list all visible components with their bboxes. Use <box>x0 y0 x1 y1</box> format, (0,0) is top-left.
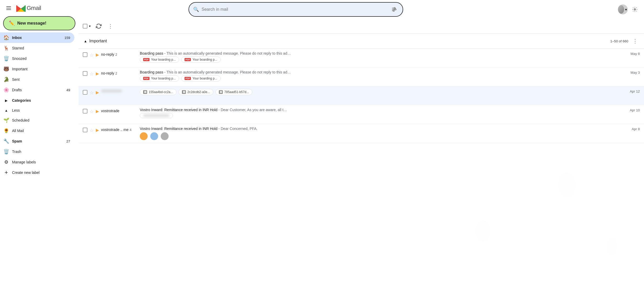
hamburger-menu-button[interactable] <box>4 4 13 12</box>
sidebar-item-inbox[interactable]: 🏠 Inbox 159 <box>0 32 74 43</box>
email-1-date: May 8 <box>631 51 640 56</box>
inbox-badge: 159 <box>64 36 70 40</box>
sidebar-item-starred[interactable]: 🦌 Starred <box>0 43 74 53</box>
image-icon: 🖼 <box>219 90 223 94</box>
email-3-checkbox[interactable] <box>83 90 87 95</box>
topbar-right: ▾ <box>618 4 640 14</box>
star-icon[interactable]: ☆ <box>90 52 94 58</box>
categories-icon: ▶ <box>3 97 9 104</box>
email-5-sender-wrap: vostrotrade .. me 4 <box>101 127 138 132</box>
email-2-check[interactable] <box>83 70 87 76</box>
create-label-label: Create new label <box>12 170 70 175</box>
email-3-star[interactable]: ☆ <box>90 89 94 96</box>
email-5-check[interactable] <box>83 127 87 132</box>
email-1-check[interactable] <box>83 51 87 57</box>
email-row[interactable]: ☆ ▶ 🖼 155aa4bd-cc2a... 🖼 2c2dcdb2-a0e... <box>79 86 644 105</box>
blurred-attachment-chip[interactable] <box>140 113 173 118</box>
create-label-icon: + <box>3 169 9 176</box>
gmail-logo: Gmail <box>16 5 41 12</box>
email-2-sender-wrap: no-reply 2 <box>101 70 138 75</box>
sidebar-item-manage-labels[interactable]: ⚙ Manage labels <box>0 157 74 167</box>
search-icon: 🔍 <box>193 7 199 12</box>
user-avatar[interactable]: ▾ <box>618 4 628 14</box>
image-icon: 🖼 <box>143 90 147 94</box>
attachment-chip[interactable]: PDF Your boarding p... <box>140 56 179 63</box>
email-4-subject: Vostro Inward: Remittance received in IN… <box>140 108 217 112</box>
sidebar-item-spam[interactable]: 🔧 Spam 27 <box>0 136 74 146</box>
settings-button[interactable] <box>630 4 640 14</box>
sidebar-item-all-mail[interactable]: 🌻 All Mail <box>0 126 74 136</box>
search-filter-button[interactable] <box>389 5 398 14</box>
starred-icon: 🦌 <box>3 45 9 51</box>
email-row[interactable]: ☆ ▶ vostrotrade Vostro Inward: Remittanc… <box>79 105 644 124</box>
more-vert-icon: ⋮ <box>108 23 113 29</box>
sidebar-item-scheduled[interactable]: 🌱 Scheduled <box>0 115 74 126</box>
chevron-down-icon: ▾ <box>625 8 627 12</box>
email-4-date: Apr 10 <box>630 108 640 112</box>
email-4-preview: - Dear Customer, As you are aware, all t… <box>218 108 287 112</box>
sidebar-less-button[interactable]: ▲ Less <box>0 106 79 115</box>
search-bar[interactable]: 🔍 <box>188 2 403 17</box>
email-4-star[interactable]: ☆ <box>90 108 94 115</box>
email-4-check[interactable] <box>83 108 87 113</box>
star-icon[interactable]: ☆ <box>90 128 94 133</box>
email-4-checkbox[interactable] <box>83 109 87 113</box>
new-message-button[interactable]: ✏️ New message! <box>3 16 75 30</box>
snoozed-icon: 🗑️ <box>3 55 9 62</box>
all-mail-label: All Mail <box>12 129 70 133</box>
sidebar-item-snoozed[interactable]: 🗑️ Snoozed <box>0 53 74 64</box>
account-chevron-button[interactable]: ▾ <box>625 7 628 12</box>
attachment-chip[interactable]: 🖼 785aad51-b57d... <box>215 89 252 95</box>
attachment-chip[interactable]: 🖼 2c2dcdb2-a0e... <box>179 89 213 95</box>
star-icon[interactable]: ☆ <box>90 90 94 96</box>
email-1-star[interactable]: ☆ <box>90 51 94 58</box>
search-input[interactable] <box>202 7 386 12</box>
star-icon[interactable]: ☆ <box>90 109 94 115</box>
more-options-button[interactable]: ⋮ <box>106 21 115 31</box>
filter-icon <box>391 7 396 12</box>
email-5-subject: Vostro Inward: Remittance received in IN… <box>140 127 217 131</box>
email-row[interactable]: ☆ ▶ no-reply 2 Boarding pass - This is a… <box>79 49 644 67</box>
sidebar-item-categories[interactable]: ▶ Categories <box>0 95 74 106</box>
drafts-icon: 🌸 <box>3 87 9 93</box>
sidebar-item-sent[interactable]: 🐊 Sent <box>0 74 74 85</box>
sidebar-item-important[interactable]: 🐻 Important <box>0 64 74 74</box>
select-all-chevron-button[interactable]: ▾ <box>88 23 92 29</box>
svg-point-10 <box>393 10 395 12</box>
email-2-checkbox[interactable] <box>83 71 87 76</box>
email-5-sender: vostrotrade .. me 4 <box>101 127 132 132</box>
email-5-checkbox[interactable] <box>83 128 87 132</box>
email-1-sender: no-reply 2 <box>101 52 132 56</box>
attachment-chip[interactable]: PDF Your boarding p... <box>181 56 220 63</box>
star-icon[interactable]: ☆ <box>90 71 94 77</box>
select-all-checkbox[interactable] <box>83 24 87 28</box>
section-collapse-button[interactable]: ▲ <box>83 38 88 44</box>
email-3-check[interactable] <box>83 89 87 95</box>
attachment-chip[interactable]: PDF Your boarding p... <box>140 75 179 82</box>
section-more-button[interactable]: ⋮ <box>630 36 640 46</box>
sidebar-header: Gmail <box>0 2 79 16</box>
sidebar-item-drafts[interactable]: 🌸 Drafts 49 <box>0 85 74 95</box>
email-1-checkbox[interactable] <box>83 52 87 57</box>
email-row[interactable]: ☆ ▶ no-reply 2 Boarding pass - This is a… <box>79 67 644 86</box>
attachment-chip[interactable]: PDF Your boarding p... <box>181 75 220 82</box>
sidebar-item-create-label[interactable]: + Create new label <box>0 167 74 178</box>
attachment-6-label: 2c2dcdb2-a0e... <box>187 90 210 94</box>
attachment-chip[interactable]: 🖼 155aa4bd-cc2a... <box>140 89 176 95</box>
refresh-button[interactable] <box>94 21 104 31</box>
email-5-content: Vostro Inward: Remittance received in IN… <box>140 127 630 140</box>
email-2-star[interactable]: ☆ <box>90 70 94 77</box>
collapse-arrow-icon: ▲ <box>84 39 87 43</box>
important-label: Important <box>12 67 70 71</box>
email-1-sender-wrap: no-reply 2 <box>101 51 138 56</box>
sidebar-item-trash[interactable]: 🗑️ Trash <box>0 146 74 157</box>
email-row[interactable]: ☆ ▶ vostrotrade .. me 4 Vostro Inward: R… <box>79 124 644 143</box>
manage-labels-icon: ⚙ <box>3 159 9 165</box>
gmail-logo-icon <box>16 5 26 12</box>
email-4-attachments <box>140 113 628 118</box>
email-5-star[interactable]: ☆ <box>90 127 94 133</box>
email-3-sender-wrap <box>101 89 138 93</box>
spam-icon: 🔧 <box>3 138 9 144</box>
main-content: 🔍 ▾ <box>79 0 644 308</box>
email-3-important: ▶ <box>96 89 99 95</box>
